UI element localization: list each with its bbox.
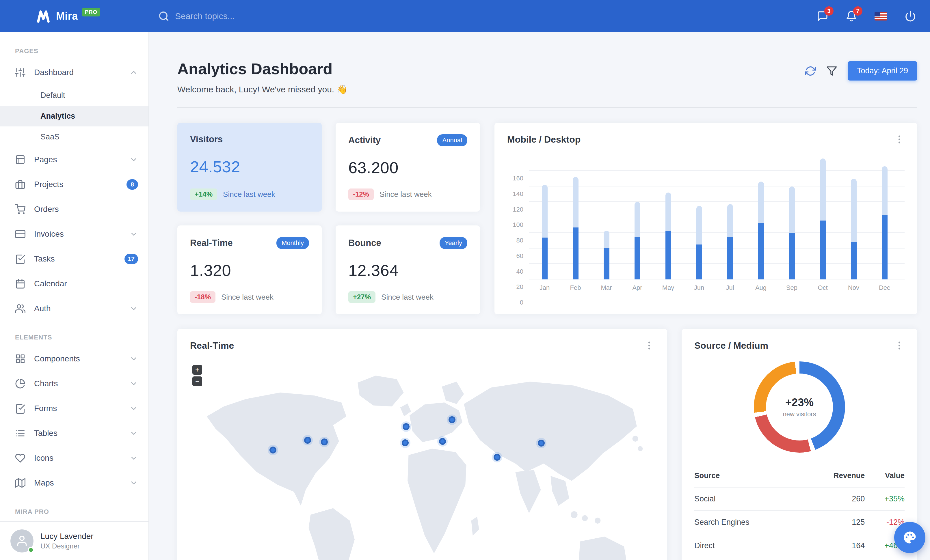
x-axis-label: Sep xyxy=(776,284,807,292)
sidebar-item-label: Calendar xyxy=(34,279,138,288)
bar-segment-mobile xyxy=(820,221,826,279)
sidebar-item-dashboard[interactable]: Dashboard xyxy=(0,60,148,85)
refresh-button[interactable] xyxy=(805,66,816,77)
stat-card-header: ActivityAnnual xyxy=(348,134,467,146)
bar-group-jun xyxy=(684,155,714,279)
bar-segment-mobile xyxy=(882,215,888,279)
x-axis-label: Aug xyxy=(745,284,776,292)
sidebar-item-components[interactable]: Components xyxy=(0,347,148,371)
sidebar-item-analytics[interactable]: Analytics xyxy=(0,106,148,126)
brand[interactable]: Mira PRO xyxy=(0,9,149,24)
stat-period-badge: Annual xyxy=(437,134,467,146)
stat-card-activity: ActivityAnnual63.200-12%Since last week xyxy=(336,123,480,212)
bar-segment-desktop xyxy=(882,166,888,215)
chevron-down-icon xyxy=(129,304,138,313)
map-zoom-out-button[interactable]: − xyxy=(192,376,202,386)
navbar-actions: 3 7 xyxy=(817,11,916,22)
language-button[interactable] xyxy=(875,12,887,20)
x-axis-label: Jul xyxy=(714,284,745,292)
stat-note: Since last week xyxy=(381,293,434,302)
messages-button[interactable]: 3 xyxy=(817,11,828,22)
sidebar-section-label-elements: ELEMENTS xyxy=(0,321,148,347)
source-menu-button[interactable] xyxy=(894,340,905,351)
stat-delta-badge: -12% xyxy=(348,189,374,200)
sidebar-item-orders[interactable]: Orders xyxy=(0,197,148,222)
check-square-icon xyxy=(15,254,25,264)
chevron-down-icon xyxy=(129,479,138,487)
sidebar-item-invoices[interactable]: Invoices xyxy=(0,222,148,247)
source-medium-card: Source / Medium +23% new visitors xyxy=(682,329,917,560)
page-actions: Today: April 29 xyxy=(805,61,917,81)
pro-badge: PRO xyxy=(82,8,100,17)
sidebar-item-label: Orders xyxy=(34,205,138,214)
stat-card-header: Visitors xyxy=(190,134,309,144)
mira-logo-icon xyxy=(36,9,51,24)
bottom-grid: Real-Time xyxy=(177,329,917,560)
theme-settings-fab[interactable] xyxy=(894,522,925,553)
sidebar-item-auth[interactable]: Auth xyxy=(0,296,148,321)
sliders-icon xyxy=(15,67,25,78)
sidebar-item-tables[interactable]: Tables xyxy=(0,421,148,446)
map-marker xyxy=(403,423,410,430)
welcome-message: Welcome back, Lucy! We've missed you. 👋 xyxy=(177,84,348,94)
page-header: Analytics Dashboard Welcome back, Lucy! … xyxy=(177,59,917,94)
today-button[interactable]: Today: April 29 xyxy=(848,61,917,81)
sidebar-item-label: Pages xyxy=(34,155,129,164)
bar-segment-mobile xyxy=(542,238,548,279)
sidebar-item-icons[interactable]: Icons xyxy=(0,446,148,471)
sidebar-item-maps[interactable]: Maps xyxy=(0,471,148,496)
search-input[interactable] xyxy=(175,11,308,21)
stat-note: Since last week xyxy=(221,293,274,302)
sidebar-item-forms[interactable]: Forms xyxy=(0,396,148,421)
donut-chart: +23% new visitors xyxy=(754,361,845,453)
bar-segment-mobile xyxy=(758,223,764,279)
x-axis-label: Nov xyxy=(838,284,869,292)
chart-title: Mobile / Desktop xyxy=(507,134,580,145)
column-value: Value xyxy=(865,466,905,487)
sidebar-item-charts[interactable]: Charts xyxy=(0,371,148,396)
bar-group-dec xyxy=(869,155,900,279)
stat-period-badge: Yearly xyxy=(440,237,467,249)
stat-card-title: Visitors xyxy=(190,134,223,144)
stat-period-badge: Monthly xyxy=(276,237,309,249)
sidebar-item-pages[interactable]: Pages xyxy=(0,147,148,172)
brand-name: Mira xyxy=(56,10,78,22)
sidebar-item-label: Dashboard xyxy=(34,68,129,77)
sidebar: PAGESDashboardDefaultAnalyticsSaaSPagesP… xyxy=(0,32,149,560)
map-zoom-in-button[interactable]: + xyxy=(192,365,202,375)
source-card-title: Source / Medium xyxy=(694,340,768,351)
notifications-button[interactable]: 7 xyxy=(846,11,857,22)
cart-icon xyxy=(15,204,25,215)
stat-delta-badge: -18% xyxy=(190,291,216,303)
y-axis-label: 120 xyxy=(513,206,524,213)
top-navbar: Mira PRO 3 7 xyxy=(0,0,930,32)
y-axis-label: 80 xyxy=(516,237,524,244)
source-cell: Search Engines xyxy=(694,511,803,534)
bar-group-apr xyxy=(622,155,653,279)
bar-stack xyxy=(665,193,671,279)
bar-segment-desktop xyxy=(634,202,640,237)
sidebar-item-tasks[interactable]: Tasks17 xyxy=(0,247,148,272)
map-zoom-controls: + − xyxy=(192,365,202,386)
chart-menu-button[interactable] xyxy=(894,134,905,144)
sidebar-item-label: Components xyxy=(34,354,129,364)
y-axis-label: 100 xyxy=(513,221,524,229)
sidebar-item-saas[interactable]: SaaS xyxy=(0,126,148,147)
bar-stack xyxy=(882,166,888,279)
sidebar-item-calendar[interactable]: Calendar xyxy=(0,272,148,296)
value-cell: +35% xyxy=(865,487,905,511)
sidebar-item-default[interactable]: Default xyxy=(0,85,148,106)
bar-group-oct xyxy=(807,155,838,279)
sidebar-user[interactable]: Lucy Lavender UX Designer xyxy=(0,521,148,560)
map-menu-button[interactable] xyxy=(644,340,654,351)
bar-stack xyxy=(758,181,764,279)
logout-button[interactable] xyxy=(905,11,916,22)
refresh-icon xyxy=(805,66,816,77)
list-icon xyxy=(15,428,25,439)
filter-button[interactable] xyxy=(826,66,837,77)
sidebar-item-projects[interactable]: Projects8 xyxy=(0,172,148,197)
stats-grid: Visitors24.532+14%Since last weekActivit… xyxy=(177,123,480,315)
bar-segment-mobile xyxy=(851,242,857,279)
more-vertical-icon xyxy=(894,134,905,144)
bar-segment-mobile xyxy=(604,248,610,279)
